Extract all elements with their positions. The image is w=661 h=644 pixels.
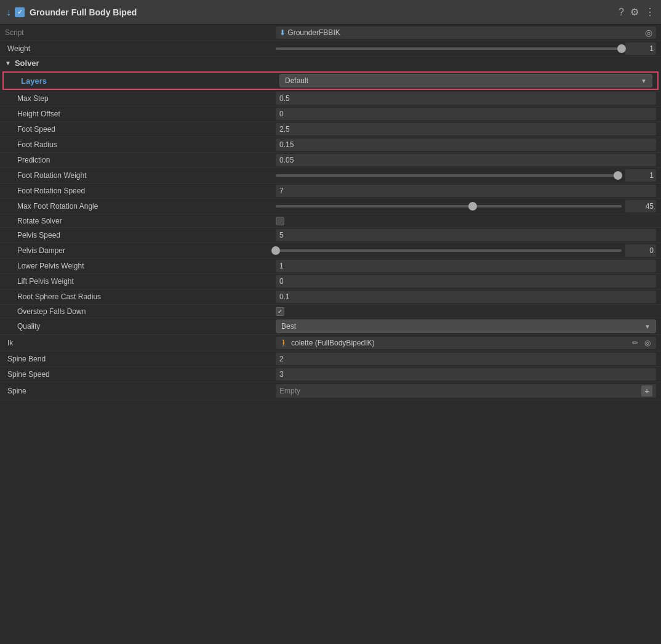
field-text-value-3[interactable]: 0.15 <box>276 139 656 151</box>
field-slider-thumb-7[interactable] <box>468 202 477 211</box>
field-row-9: Pelvis Speed5 <box>0 228 661 243</box>
settings-icon[interactable]: ⚙ <box>630 6 639 18</box>
field-checkbox-8[interactable] <box>276 217 284 225</box>
spine-row: Spine Empty + <box>0 382 661 400</box>
layers-dropdown-value: Default <box>285 76 308 85</box>
script-name: ⬇ GrounderFBBIK <box>279 28 340 37</box>
spine-bend-value[interactable]: 2 <box>276 353 656 365</box>
layers-value: Default ▼ <box>279 74 652 87</box>
field-label-13: Root Sphere Cast Radius <box>5 292 276 301</box>
field-value-15: Best▼ <box>276 320 656 333</box>
field-value-4: 0.05 <box>276 154 656 166</box>
weight-label: Weight <box>5 44 276 53</box>
solver-section-header[interactable]: ▼ Solver <box>0 57 661 70</box>
ik-object-name: 🚶 colette (FullBodyBipedIK) <box>279 339 374 347</box>
spine-speed-value-container: 3 <box>276 368 656 380</box>
solver-triangle-icon: ▼ <box>5 60 11 66</box>
spine-speed-label: Spine Speed <box>5 370 276 379</box>
script-icon: ⬇ <box>279 28 286 37</box>
field-label-10: Pelvis Damper <box>5 246 276 255</box>
field-label-7: Max Foot Rotation Angle <box>5 202 276 211</box>
field-checkbox-container-14: ✓ <box>276 307 284 316</box>
field-value-13: 0.1 <box>276 291 656 303</box>
field-row-3: Foot Radius0.15 <box>0 137 661 153</box>
field-text-value-11[interactable]: 1 <box>276 260 656 272</box>
spine-label: Spine <box>5 387 276 395</box>
script-target-icon[interactable]: ◎ <box>645 28 652 38</box>
field-value-0: 0.5 <box>276 92 656 105</box>
weight-slider-thumb[interactable] <box>617 44 626 53</box>
field-row-8: Rotate Solver <box>0 214 661 228</box>
spine-empty-label: Empty <box>279 387 300 395</box>
script-row: Script ⬇ GrounderFBBIK ◎ <box>0 25 661 41</box>
field-slider-track-10[interactable] <box>276 249 622 252</box>
field-slider-container-10: 0 <box>276 244 656 257</box>
field-value-2: 2.5 <box>276 123 656 135</box>
field-label-0: Max Step <box>5 94 276 103</box>
spine-bend-row: Spine Bend 2 <box>0 352 661 367</box>
field-row-10: Pelvis Damper0 <box>0 243 661 259</box>
spine-bend-value-container: 2 <box>276 353 656 365</box>
weight-slider-value[interactable]: 1 <box>625 42 656 55</box>
field-text-value-9[interactable]: 5 <box>276 229 656 241</box>
weight-slider-track[interactable] <box>276 47 622 50</box>
field-value-14: ✓ <box>276 307 656 316</box>
spine-speed-value[interactable]: 3 <box>276 368 656 380</box>
field-value-10: 0 <box>276 244 656 257</box>
field-slider-value-10[interactable]: 0 <box>625 244 656 257</box>
field-slider-track-7[interactable] <box>276 205 622 207</box>
field-slider-track-5[interactable] <box>276 174 622 177</box>
layers-row: Layers Default ▼ <box>2 71 659 90</box>
field-label-6: Foot Rotation Speed <box>5 187 276 195</box>
field-row-11: Lower Pelvis Weight1 <box>0 259 661 274</box>
spine-bend-label: Spine Bend <box>5 355 276 363</box>
field-row-15: QualityBest▼ <box>0 318 661 335</box>
field-text-value-12[interactable]: 0 <box>276 275 656 288</box>
field-row-13: Root Sphere Cast Radius0.1 <box>0 289 661 305</box>
weight-slider-container: 1 <box>276 42 656 55</box>
ik-action-icons: ✏ ◎ <box>630 338 652 348</box>
field-text-value-13[interactable]: 0.1 <box>276 291 656 303</box>
field-slider-container-5: 1 <box>276 169 656 182</box>
field-value-12: 0 <box>276 275 656 288</box>
field-label-15: Quality <box>5 322 276 331</box>
field-text-value-6[interactable]: 7 <box>276 185 656 197</box>
field-value-11: 1 <box>276 260 656 272</box>
field-slider-value-5[interactable]: 1 <box>625 169 656 182</box>
field-dropdown-15[interactable]: Best▼ <box>276 320 656 333</box>
field-value-9: 5 <box>276 229 656 241</box>
field-checkbox-14[interactable]: ✓ <box>276 307 284 316</box>
field-slider-thumb-5[interactable] <box>614 171 622 180</box>
layers-dropdown[interactable]: Default ▼ <box>279 74 652 87</box>
field-row-7: Max Foot Rotation Angle45 <box>0 199 661 214</box>
field-label-12: Lift Pelvis Weight <box>5 277 276 286</box>
field-text-value-1[interactable]: 0 <box>276 108 656 120</box>
ik-edit-icon[interactable]: ✏ <box>630 338 640 348</box>
solver-label: Solver <box>15 58 39 68</box>
script-label: Script <box>5 28 276 37</box>
field-slider-value-7[interactable]: 45 <box>625 200 656 212</box>
menu-icon[interactable]: ⋮ <box>645 6 655 18</box>
ik-target-icon[interactable]: ◎ <box>643 338 652 348</box>
help-icon[interactable]: ? <box>619 7 624 18</box>
layers-label: Layers <box>9 76 279 86</box>
field-label-14: Overstep Falls Down <box>5 307 276 316</box>
field-value-8 <box>276 217 656 225</box>
checkbox-enabled-icon[interactable]: ✓ <box>15 7 25 17</box>
field-label-11: Lower Pelvis Weight <box>5 262 276 270</box>
field-text-value-0[interactable]: 0.5 <box>276 92 656 105</box>
header: ↓ ✓ Grounder Full Body Biped ? ⚙ ⋮ <box>0 0 661 25</box>
ik-row: Ik 🚶 colette (FullBodyBipedIK) ✏ ◎ <box>0 335 661 352</box>
field-text-value-4[interactable]: 0.05 <box>276 154 656 166</box>
spine-speed-row: Spine Speed 3 <box>0 367 661 382</box>
field-slider-thumb-10[interactable] <box>271 246 280 255</box>
field-text-value-2[interactable]: 2.5 <box>276 123 656 135</box>
field-row-12: Lift Pelvis Weight0 <box>0 274 661 289</box>
field-checkbox-container-8 <box>276 217 284 225</box>
field-row-1: Height Offset0 <box>0 107 661 122</box>
field-label-2: Foot Speed <box>5 125 276 134</box>
field-label-4: Prediction <box>5 156 276 164</box>
spine-add-button[interactable]: + <box>641 385 652 396</box>
field-value-3: 0.15 <box>276 139 656 151</box>
field-slider-container-7: 45 <box>276 200 656 212</box>
